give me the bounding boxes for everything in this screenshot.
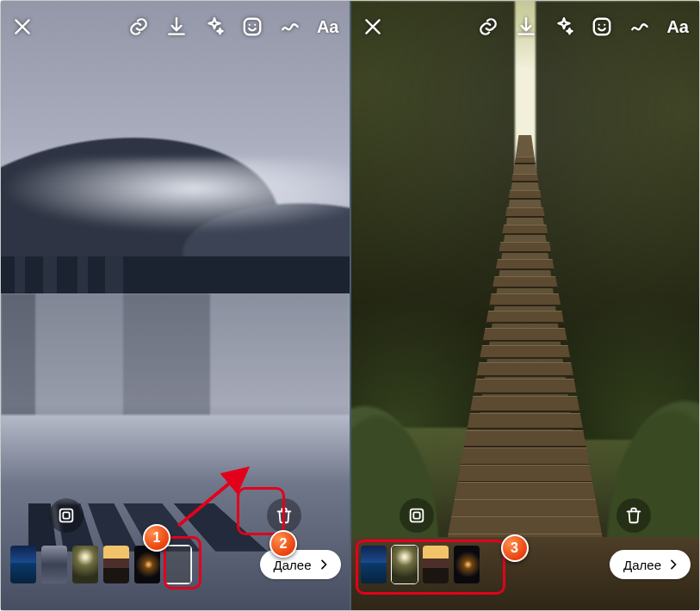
thumb-3[interactable] <box>422 545 449 584</box>
top-toolbar: Aa <box>351 6 700 47</box>
thumb-3[interactable] <box>71 545 99 584</box>
svg-rect-4 <box>63 512 69 518</box>
thumb-2[interactable] <box>391 545 418 584</box>
next-label: Далее <box>274 558 312 572</box>
thumb-5[interactable] <box>133 545 161 584</box>
thumb-4[interactable] <box>453 545 480 584</box>
thumb-2[interactable] <box>40 545 68 584</box>
phone-left: Aa Далее 1 2 <box>1 1 350 610</box>
trash-icon[interactable] <box>267 498 301 533</box>
layout-icon[interactable] <box>49 498 84 533</box>
sticker-icon[interactable] <box>591 15 613 38</box>
trash-icon[interactable] <box>616 498 651 533</box>
svg-rect-5 <box>594 19 610 34</box>
screenshot-container: Aa Далее 1 2 <box>0 0 700 611</box>
link-icon[interactable] <box>477 15 499 38</box>
close-icon[interactable] <box>362 15 384 38</box>
svg-rect-0 <box>245 19 260 34</box>
thumb-strip <box>360 545 480 584</box>
link-icon[interactable] <box>127 15 150 38</box>
download-icon[interactable] <box>515 15 537 38</box>
text-tool[interactable]: Aa <box>317 17 339 37</box>
thumb-4[interactable] <box>102 545 130 584</box>
download-icon[interactable] <box>165 15 188 38</box>
layout-icon[interactable] <box>400 498 434 533</box>
next-button[interactable]: Далее <box>260 550 341 579</box>
next-button[interactable]: Далее <box>610 550 691 579</box>
sticker-icon[interactable] <box>241 15 263 38</box>
bottom-panel: Далее <box>351 498 700 610</box>
text-tool[interactable]: Aa <box>666 17 689 37</box>
svg-rect-8 <box>410 509 423 522</box>
svg-point-7 <box>604 24 606 26</box>
svg-rect-3 <box>60 509 73 522</box>
bottom-panel: Далее <box>1 498 350 610</box>
svg-rect-9 <box>413 512 419 518</box>
next-label: Далее <box>623 558 661 572</box>
phone-right: Aa Далее 3 <box>351 1 700 610</box>
draw-icon[interactable] <box>279 15 301 38</box>
thumb-1[interactable] <box>360 545 387 584</box>
thumb-6[interactable] <box>164 545 192 584</box>
sparkle-icon[interactable] <box>553 15 575 38</box>
thumb-strip <box>9 545 192 584</box>
svg-point-2 <box>254 24 256 26</box>
thumb-1[interactable] <box>9 545 37 584</box>
svg-point-1 <box>249 24 251 26</box>
close-icon[interactable] <box>11 15 34 38</box>
top-toolbar: Aa <box>1 6 350 47</box>
draw-icon[interactable] <box>629 15 651 38</box>
svg-point-6 <box>598 24 600 26</box>
sparkle-icon[interactable] <box>203 15 226 38</box>
